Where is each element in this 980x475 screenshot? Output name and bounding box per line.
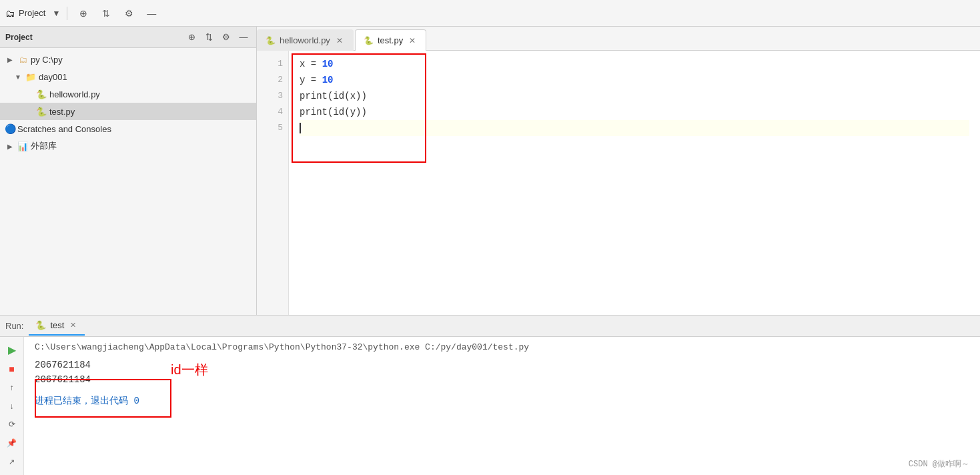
line-num-5: 5 [278,120,283,136]
run-scroll-down-button[interactable]: ↓ [3,398,21,414]
line-num-2: 2 [278,72,283,88]
toolbar-add-button[interactable]: ⊕ [74,4,93,23]
sidebar-settings-button[interactable]: ⚙ [219,30,233,45]
run-command: C:\Users\wangjiacheng\AppData\Local\Prog… [35,342,969,352]
tree-label-testpy: test.py [49,107,75,117]
sidebar-close-icon: — [239,32,248,42]
tree-label-day001: day001 [39,72,67,82]
tree-arrow-day001: ▼ [13,72,23,81]
run-output-area: C:\Users\wangjiacheng\AppData\Local\Prog… [24,337,980,475]
tab-helloworld[interactable]: 🐍 helloworld.py ✕ [257,29,354,51]
tree-arrow-external-libs: ▶ [5,141,15,151]
line-num-3: 3 [278,88,283,104]
line-num-4: 4 [278,104,283,120]
toolbar-collapse-button[interactable]: ⇅ [97,4,115,23]
watermark-text: CSDN @做咋啊～ [909,458,969,470]
code-line-3: print(id(x)) [300,88,969,104]
gear-icon: ⚙ [125,8,133,19]
code-editor[interactable]: x = 10 y = 10 print(id(x)) print(id(y)) [289,51,980,315]
run-rerun-button[interactable]: ⟳ [3,416,21,432]
run-stop-button[interactable]: ■ [3,361,21,377]
sidebar-gear-icon: ⚙ [222,32,230,42]
editor-content[interactable]: 1 2 3 4 5 x = 10 y = 10 print(id(x)) pri… [257,51,980,315]
sidebar-collapse-all-button[interactable]: ⇅ [201,30,216,45]
tree-label-external-libs: 外部库 [31,140,57,152]
process-done-text: 进程已结束，退出代码 0 [35,395,969,407]
run-tabs-bar: Run: 🐍 test ✕ [0,316,980,337]
run-tab-python-icon: 🐍 [35,320,46,330]
tab-label-testpy: test.py [378,35,403,45]
code-line-5 [300,120,969,136]
tab-icon-testpy: 🐍 [364,36,374,45]
toolbar-separator [67,7,67,20]
line-numbers: 1 2 3 4 5 [257,51,289,315]
python-icon-helloworld: 🐍 [36,89,47,99]
run-label: Run: [5,321,23,331]
tree-item-scratches[interactable]: 🔵 Scratches and Consoles [0,120,256,137]
editor-tabs: 🐍 helloworld.py ✕ 🐍 test.py ✕ [257,27,980,51]
tree-label-helloworld: helloworld.py [49,89,100,99]
run-play-button[interactable]: ▶ [3,342,21,358]
minimize-icon: — [147,8,156,19]
project-tree: ▶ 🗂 py C:\py ▼ 📁 day001 ▶ 🐍 helloworld.p… [0,48,256,315]
sidebar-header-actions: ⊕ ⇅ ⚙ — [184,30,251,45]
code-line-4: print(id(y)) [300,104,969,120]
run-pin-button[interactable]: 📌 [3,435,21,451]
line-num-1: 1 [278,56,283,72]
run-external-button[interactable]: ↗ [3,454,21,470]
tree-item-external-libs[interactable]: ▶ 📊 外部库 [0,137,256,155]
libs-icon: 📊 [17,141,28,151]
run-panel: Run: 🐍 test ✕ ▶ ■ ↑ ↓ ⟳ 📌 ↗ C:\Users\wan… [0,315,980,475]
run-tab-label: test [50,320,64,330]
toolbar-dropdown-arrow[interactable]: ▼ [52,9,60,18]
tab-testpy[interactable]: 🐍 test.py ✕ [355,29,426,51]
tree-item-py-root[interactable]: ▶ 🗂 py C:\py [0,51,256,68]
folder-icon-py-root: 🗂 [17,54,28,65]
sidebar-header: Project ⊕ ⇅ ⚙ — [0,27,256,48]
tree-arrow-py-root: ▶ [5,55,15,64]
sidebar-close-button[interactable]: — [236,30,251,45]
toolbar-minimize-button[interactable]: — [142,4,161,23]
tree-arrow-scratches: 🔵 [5,124,15,133]
tree-label-scratches: Scratches and Consoles [17,124,111,134]
main-toolbar: 🗂 Project ▼ ⊕ ⇅ ⚙ — [0,0,980,27]
run-body: ▶ ■ ↑ ↓ ⟳ 📌 ↗ C:\Users\wangjiacheng\AppD… [0,337,980,475]
code-line-2: y = 10 [300,72,969,88]
editor-area: 🐍 helloworld.py ✕ 🐍 test.py ✕ 1 2 3 4 5 [257,27,980,315]
tree-item-helloworld[interactable]: ▶ 🐍 helloworld.py [0,85,256,103]
run-scroll-up-button[interactable]: ↑ [3,380,21,396]
tree-label-py-root: py C:\py [31,55,63,65]
toolbar-project-label: Project [19,8,45,18]
collapse-icon: ⇅ [102,8,110,19]
add-icon: ⊕ [79,8,87,19]
ide-body: Project ⊕ ⇅ ⚙ — ▶ 🗂 py [0,27,980,315]
run-sidebar: ▶ ■ ↑ ↓ ⟳ 📌 ↗ [0,337,24,475]
toolbar-settings-button[interactable]: ⚙ [119,4,138,23]
tab-icon-helloworld: 🐍 [266,36,276,45]
run-tab-close-button[interactable]: ✕ [68,320,78,330]
python-icon-testpy: 🐍 [36,106,47,117]
sidebar-add-icon: ⊕ [188,32,195,42]
sidebar-header-title: Project [5,33,33,42]
code-line-1: x = 10 [300,56,969,72]
tab-close-testpy[interactable]: ✕ [407,35,418,46]
project-sidebar: Project ⊕ ⇅ ⚙ — ▶ 🗂 py [0,27,257,315]
tab-close-helloworld[interactable]: ✕ [334,35,345,46]
collapse-all-icon: ⇅ [205,32,213,42]
project-icon: 🗂 [5,8,15,19]
output-annotation-text: id一样 [171,361,208,379]
tree-item-testpy[interactable]: ▶ 🐍 test.py [0,103,256,120]
run-tab-test[interactable]: 🐍 test ✕ [29,317,85,336]
folder-icon-day001: 📁 [25,71,36,82]
tab-label-helloworld: helloworld.py [280,35,330,45]
tree-item-day001[interactable]: ▼ 📁 day001 [0,68,256,85]
sidebar-add-button[interactable]: ⊕ [184,30,199,45]
